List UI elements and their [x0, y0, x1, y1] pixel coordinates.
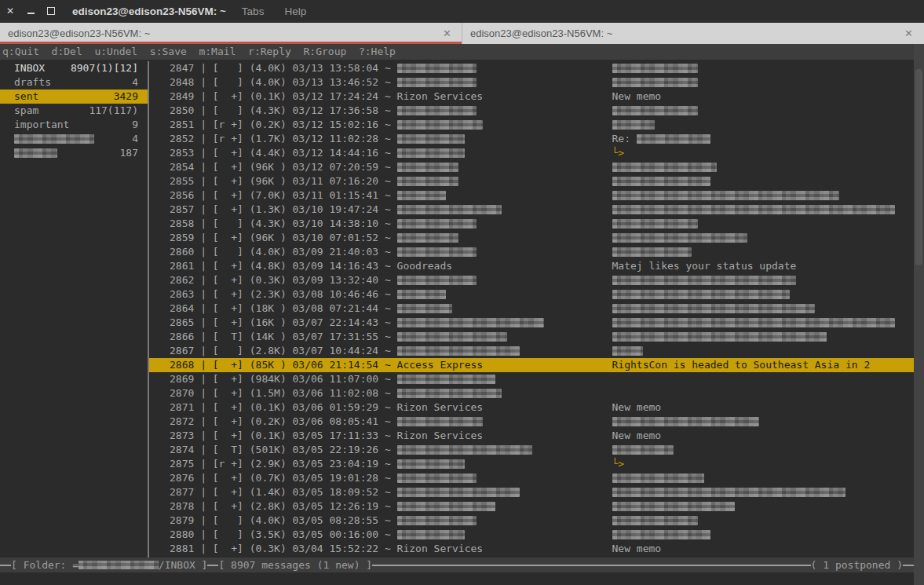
sidebar-item-sent[interactable]: sent3429: [0, 90, 148, 104]
mail-row-2869[interactable]: 2869 | [ +] (984K) 03/06 11:07:00 ~: [149, 372, 914, 386]
mail-row-2863[interactable]: 2863 | [ +] (2.3K) 03/08 10:46:46 ~: [149, 287, 914, 302]
sidebar-item-inbox[interactable]: INBOX8907(1)[12]: [0, 61, 148, 75]
mail-subject: [612, 514, 699, 526]
mail-meta: 2873 | [ +] (0.1K) 03/05 17:11:33 ~: [170, 430, 397, 441]
mail-row-2858[interactable]: 2858 | [ ] (4.3K) 03/10 14:38:10 ~: [149, 217, 914, 231]
sidebar-item-redacted-2[interactable]: 187: [0, 146, 148, 160]
mail-meta: 2859 | [ +] (96K ) 03/10 07:01:52 ~: [170, 232, 397, 243]
sidebar-item-important[interactable]: important9: [0, 118, 148, 132]
close-window-icon[interactable]: ✕: [0, 0, 20, 23]
mail-row-2864[interactable]: 2864 | [ +] (18K ) 03/08 07:21:44 ~: [149, 302, 914, 316]
tab-terminal-1[interactable]: edison23@edison23-N56VM: ~ ✕: [0, 23, 462, 44]
thread-arrow-icon: └>: [612, 147, 625, 159]
mail-row-2870[interactable]: 2870 | [ +] (1.5M) 03/06 11:02:08 ~: [149, 386, 914, 400]
mail-row-2860[interactable]: 2860 | [ ] (4.0K) 03/09 21:40:03 ~: [149, 245, 914, 259]
mail-sender: [397, 344, 612, 358]
mail-meta: 2857 | [ +] (1.3K) 03/10 19:47:24 ~: [170, 203, 397, 215]
tab-close-icon[interactable]: ✕: [902, 27, 915, 39]
menu-item-tabs[interactable]: Tabs: [242, 5, 265, 17]
mail-row-2857[interactable]: 2857 | [ +] (1.3K) 03/10 19:47:24 ~: [149, 203, 914, 217]
mail-sender: [397, 457, 612, 471]
mail-row-2855[interactable]: 2855 | [ +] (96K ) 03/11 07:16:20 ~: [149, 174, 914, 188]
mail-meta: 2875 | [r +] (2.9K) 03/05 23:04:19 ~: [170, 458, 397, 470]
mail-meta: 2861 | [ +] (4.8K) 03/09 14:16:43 ~: [170, 260, 397, 272]
mail-sender: [397, 203, 612, 217]
mail-row-2851[interactable]: 2851 | [r +] (0.2K) 03/12 15:02:16 ~: [149, 118, 914, 132]
mail-row-2862[interactable]: 2862 | [ +] (0.3K) 03/09 13:32:40 ~: [149, 273, 914, 287]
mail-sender: [397, 160, 612, 174]
mail-meta: 2847 | [ ] (4.0K) 03/13 13:58:04 ~: [170, 62, 397, 74]
redacted-text: [612, 530, 710, 539]
mail-list: 2847 | [ ] (4.0K) 03/13 13:58:04 ~ 2848 …: [149, 61, 914, 558]
redacted-text: [397, 78, 477, 87]
mail-row-2849[interactable]: 2849 | [ +] (0.1K) 03/12 17:24:24 ~ Rizo…: [149, 90, 914, 104]
mail-meta: 2867 | [ ] (2.8K) 03/07 10:44:24 ~: [170, 345, 397, 356]
mail-row-2874[interactable]: 2874 | [ T] (501K) 03/05 22:19:26 ~: [149, 443, 914, 457]
mail-sender: [397, 61, 612, 75]
folder-count: 187: [120, 146, 138, 160]
redacted-text: [612, 219, 699, 229]
mail-row-2865[interactable]: 2865 | [ +] (16K ) 03/07 22:14:43 ~: [149, 316, 914, 330]
mail-sender: [397, 514, 612, 528]
mail-row-2847[interactable]: 2847 | [ ] (4.0K) 03/13 13:58:04 ~: [149, 61, 914, 75]
mail-subject: [612, 528, 710, 540]
folder-count: 4: [132, 132, 138, 146]
status-folder-prefix: [ Folder: =: [11, 558, 79, 572]
window-title: edison23@edison23-N56VM: ~: [72, 5, 226, 17]
tab-label: edison23@edison23-N56VM: ~: [470, 27, 902, 39]
maximize-window-icon[interactable]: [41, 0, 61, 23]
mail-row-2868[interactable]: 2868 | [ +] (85K ) 03/06 21:14:54 ~ Acce…: [149, 358, 914, 372]
mail-row-2848[interactable]: 2848 | [ ] (4.0K) 03/13 13:46:52 ~: [149, 75, 914, 90]
thread-arrow-icon: └>: [612, 458, 625, 470]
mail-row-2880[interactable]: 2880 | [ ] (3.5K) 03/05 00:16:00 ~: [149, 528, 914, 542]
mail-subject: Matej likes your status update: [612, 260, 797, 272]
terminal-scrollbar[interactable]: [914, 44, 924, 585]
tab-terminal-2[interactable]: edison23@edison23-N56VM: ~ ✕: [462, 23, 923, 44]
redacted-text: [397, 417, 484, 426]
mail-subject: [612, 331, 827, 342]
mail-row-2873[interactable]: 2873 | [ +] (0.1K) 03/05 17:11:33 ~ Rizo…: [149, 429, 914, 443]
sidebar-item-drafts[interactable]: drafts4: [0, 75, 148, 90]
sidebar-item-spam[interactable]: spam117(117): [0, 104, 148, 118]
redacted-text: [397, 247, 477, 257]
mail-row-2859[interactable]: 2859 | [ +] (96K ) 03/10 07:01:52 ~: [149, 231, 914, 245]
mail-row-2850[interactable]: 2850 | [ ] (4.3K) 03/12 17:36:58 ~: [149, 104, 914, 118]
mail-row-2854[interactable]: 2854 | [ +] (96K ) 03/12 07:20:59 ~: [149, 160, 914, 174]
mail-meta: 2866 | [ T] (14K ) 03/07 17:31:55 ~: [170, 331, 397, 342]
mail-row-2876[interactable]: 2876 | [ +] (0.7K) 03/05 19:01:28 ~: [149, 471, 914, 485]
mail-row-2877[interactable]: 2877 | [ +] (1.4K) 03/05 18:09:52 ~: [149, 485, 914, 499]
mail-row-2853[interactable]: 2853 | [ +] (4.4K) 03/12 14:44:16 ~ └>: [149, 146, 914, 160]
mail-row-2852[interactable]: 2852 | [r +] (1.7K) 03/12 11:02:28 ~ Re:: [149, 132, 914, 146]
redacted-text: [612, 445, 674, 455]
redacted-text: [612, 120, 656, 130]
tab-close-icon[interactable]: ✕: [440, 27, 454, 39]
mail-row-2866[interactable]: 2866 | [ T] (14K ) 03/07 17:31:55 ~: [149, 330, 914, 344]
minimize-window-icon[interactable]: [20, 0, 41, 23]
mail-row-2867[interactable]: 2867 | [ ] (2.8K) 03/07 10:44:24 ~: [149, 344, 914, 358]
mutt-index-area: INBOX8907(1)[12]drafts4sent3429spam117(1…: [0, 60, 914, 558]
mail-row-2856[interactable]: 2856 | [ +] (7.0K) 03/11 01:15:41 ~: [149, 188, 914, 203]
redacted-text: [612, 417, 760, 426]
mail-meta: 2855 | [ +] (96K ) 03/11 07:16:20 ~: [170, 175, 397, 187]
sidebar-item-redacted-1[interactable]: 4: [0, 132, 148, 146]
mail-row-2871[interactable]: 2871 | [ +] (0.1K) 03/06 01:59:29 ~ Rizo…: [149, 400, 914, 415]
mail-row-2881[interactable]: 2881 | [ +] (0.3K) 03/04 15:52:22 ~ Rizo…: [149, 542, 914, 556]
mail-subject: RightsCon is headed to Southeast Asia in…: [612, 359, 871, 371]
scrollbar-thumb[interactable]: [915, 69, 922, 265]
redacted-text: [612, 502, 736, 511]
mail-meta: 2853 | [ +] (4.4K) 03/12 14:44:16 ~: [170, 147, 397, 159]
mail-meta: 2851 | [r +] (0.2K) 03/12 15:02:16 ~: [170, 119, 397, 130]
mail-row-2872[interactable]: 2872 | [ +] (0.2K) 03/06 08:05:41 ~: [149, 415, 914, 429]
mail-row-2875[interactable]: 2875 | [r +] (2.9K) 03/05 23:04:19 ~ └>: [149, 457, 914, 471]
menu-item-help[interactable]: Help: [284, 5, 306, 17]
redacted-text: [612, 516, 699, 525]
mail-subject: [612, 288, 791, 300]
status-folder-suffix: /INBOX ]: [159, 558, 208, 572]
mail-meta: 2868 | [ +] (85K ) 03/06 21:14:54 ~: [170, 359, 397, 371]
redacted-text: [397, 64, 477, 73]
mail-row-2878[interactable]: 2878 | [ +] (2.8K) 03/05 12:26:19 ~: [149, 499, 914, 514]
redacted-text: [612, 276, 797, 285]
mail-row-2861[interactable]: 2861 | [ +] (4.8K) 03/09 14:16:43 ~ Good…: [149, 259, 914, 273]
mail-row-2879[interactable]: 2879 | [ ] (4.0K) 03/05 08:28:55 ~: [149, 514, 914, 528]
redacted-text: [397, 276, 477, 285]
